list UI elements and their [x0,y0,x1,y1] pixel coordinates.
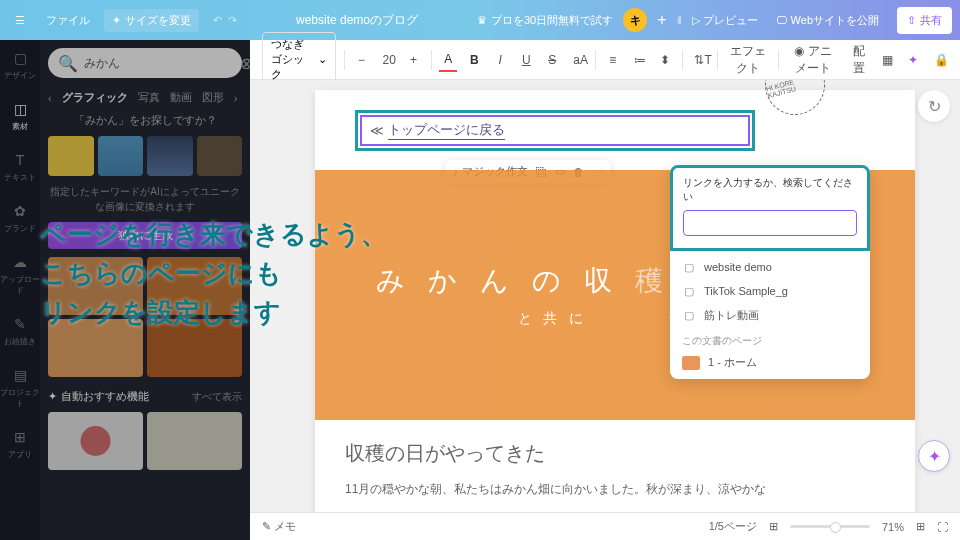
chevron-left-icon[interactable]: ‹ [48,92,52,104]
vertical-text-button[interactable]: ⇅T [690,49,709,71]
thumb[interactable] [197,136,243,176]
suggestion-text: 「みかん」をお探しですか？ [48,113,242,128]
link-text[interactable]: トップページに戻る [388,121,505,140]
redo-icon[interactable]: ↷ [228,14,237,27]
rail-draw[interactable]: ✎お絵描き [4,314,36,347]
thumb[interactable] [48,136,94,176]
rail-apps[interactable]: ⊞アプリ [8,427,32,460]
text-toolbar: つなぎゴシック⌄ − 20 + A B I U S aA ≡ ≔ ⬍ ⇅T エフ… [250,40,960,80]
position-button[interactable]: 配置 [847,39,870,81]
italic-button[interactable]: I [491,49,509,71]
font-plus-button[interactable]: + [405,49,423,71]
rec-thumb[interactable] [147,412,242,470]
hamburger-icon[interactable]: ☰ [8,8,32,32]
fullscreen-icon[interactable]: ⛶ [937,521,948,533]
spacing-button[interactable]: ⬍ [656,49,674,71]
share-button[interactable]: ⇧共有 [897,7,952,34]
link-option[interactable]: ▢TikTok Sample_g [670,279,870,303]
thumb[interactable] [147,136,193,176]
avatar[interactable]: キ [623,8,647,32]
publish-button[interactable]: 🖵Webサイトを公開 [768,9,887,32]
undo-icon[interactable]: ↶ [213,14,222,27]
list-button[interactable]: ≔ [630,49,648,71]
rail-text[interactable]: Tテキスト [4,150,36,183]
resize-button[interactable]: ✦サイズを変更 [104,9,199,32]
stamp-badge[interactable]: HI KORE KAJITSU [758,80,831,122]
clear-icon[interactable]: ⊗ [240,54,250,73]
search-bar[interactable]: 🔍 ⊗ ⚙ [48,48,242,78]
tutorial-overlay: ページを行き来できるよう、 こちらのページにも リンクを設定します [40,215,387,332]
top-bar: ☰ ファイル ✦サイズを変更 ↶ ↷ website demoのブログ ♛プロを… [0,0,960,40]
search-input[interactable] [84,56,234,70]
link-option[interactable]: ▢筋トレ動画 [670,303,870,328]
rail-design[interactable]: ▢デザイン [4,48,36,81]
rail-projects[interactable]: ▤プロジェクト [0,365,40,409]
rail-elements[interactable]: ◫素材 [10,99,30,132]
tab-video[interactable]: 動画 [170,90,192,105]
thumb[interactable] [98,136,144,176]
bold-button[interactable]: B [465,49,483,71]
transparency-icon[interactable]: ▦ [878,49,896,71]
text-color-button[interactable]: A [439,48,457,72]
link-hint: リンクを入力するか、検索してください [673,168,867,210]
rec-title: 自動おすすめ機能 [61,389,149,404]
chart-icon[interactable]: ⫴ [677,14,682,27]
lock-icon[interactable]: 🔒 [930,49,948,71]
link-input[interactable] [683,210,857,236]
doc-icon: ▢ [682,309,696,323]
link-popup: リンクを入力するか、検索してください ▢website demo ▢TikTok… [670,165,870,379]
ai-fab-button[interactable]: ✦ [918,440,950,472]
grid-view-icon[interactable]: ⊞ [916,520,925,533]
left-rail: ▢デザイン ◫素材 Tテキスト ✿ブランド ☁アップロード ✎お絵描き ▤プロジ… [0,40,40,540]
page-nav-icon[interactable]: ⊞ [769,520,778,533]
preview-button[interactable]: ▷プレビュー [692,13,758,28]
try-pro-button[interactable]: ♛プロを30日間無料で試す [477,13,613,28]
selected-link-element[interactable]: ≪ トップページに戻る [355,110,755,151]
case-button[interactable]: aA [569,49,587,71]
font-minus-button[interactable]: − [353,49,371,71]
font-select[interactable]: つなぎゴシック⌄ [262,32,336,87]
doc-icon: ▢ [682,260,696,274]
doc-icon: ▢ [682,284,696,298]
tab-graphic[interactable]: グラフィック [62,90,128,105]
reset-view-button[interactable]: ↻ [918,90,950,122]
status-bar: ✎ メモ 1/5ページ ⊞ 71% ⊞ ⛶ [250,512,960,540]
effect-button[interactable]: エフェクト [726,39,771,81]
ai-icon[interactable]: ✦ [904,49,922,71]
memo-button[interactable]: ✎ メモ [262,519,296,534]
link-page-option[interactable]: 1 - ホーム [670,350,870,375]
link-section-label: この文書のページ [670,328,870,350]
doc-title[interactable]: website demoのブログ [245,12,469,29]
zoom-slider[interactable] [790,525,870,528]
align-button[interactable]: ≡ [604,49,622,71]
tab-photo[interactable]: 写真 [138,90,160,105]
article-heading[interactable]: 収穫の日がやってきた [345,440,885,467]
zoom-value[interactable]: 71% [882,521,904,533]
rec-thumb[interactable] [48,412,143,470]
ai-desc: 指定したキーワードがAIによってユニークな画像に変換されます [48,184,242,214]
sparkle-icon: ✦ [48,390,57,403]
article-paragraph[interactable]: 11月の穏やかな朝、私たちはみかん畑に向かいました。秋が深まり、涼やかな [345,479,885,501]
page-indicator[interactable]: 1/5ページ [709,519,757,534]
page-thumb-icon [682,356,700,370]
search-icon: 🔍 [58,54,78,73]
link-option[interactable]: ▢website demo [670,255,870,279]
tab-shape[interactable]: 図形 [202,90,224,105]
add-member-icon[interactable]: + [657,11,666,29]
strike-button[interactable]: S [543,49,561,71]
animate-button[interactable]: ◉ アニメート [787,39,840,81]
underline-button[interactable]: U [517,49,535,71]
show-all-link[interactable]: すべて表示 [192,390,242,404]
file-menu[interactable]: ファイル [40,9,96,32]
article-body[interactable]: 収穫の日がやってきた 11月の穏やかな朝、私たちはみかん畑に向かいました。秋が深… [315,420,915,512]
rail-upload[interactable]: ☁アップロード [0,252,40,296]
rail-brand[interactable]: ✿ブランド [4,201,36,234]
chevron-right-icon[interactable]: › [234,92,238,104]
chevron-left-icon: ≪ [370,123,384,138]
font-size-input[interactable]: 20 [379,49,397,71]
